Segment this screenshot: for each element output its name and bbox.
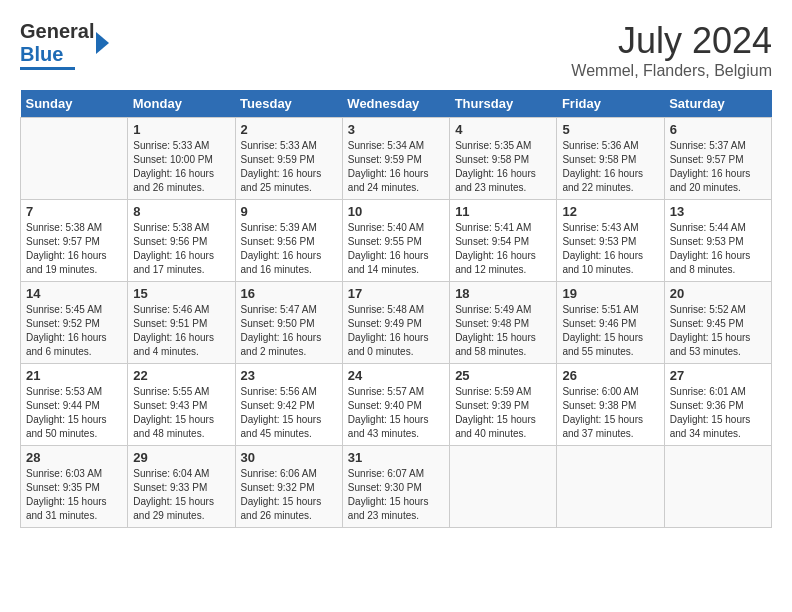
- day-info: Sunrise: 6:00 AM Sunset: 9:38 PM Dayligh…: [562, 385, 658, 441]
- day-number: 26: [562, 368, 658, 383]
- day-info: Sunrise: 5:52 AM Sunset: 9:45 PM Dayligh…: [670, 303, 766, 359]
- day-number: 25: [455, 368, 551, 383]
- calendar-header-wednesday: Wednesday: [342, 90, 449, 118]
- day-number: 28: [26, 450, 122, 465]
- day-number: 30: [241, 450, 337, 465]
- day-info: Sunrise: 5:38 AM Sunset: 9:56 PM Dayligh…: [133, 221, 229, 277]
- day-info: Sunrise: 5:48 AM Sunset: 9:49 PM Dayligh…: [348, 303, 444, 359]
- calendar-cell: 4Sunrise: 5:35 AM Sunset: 9:58 PM Daylig…: [450, 118, 557, 200]
- calendar-week-4: 21Sunrise: 5:53 AM Sunset: 9:44 PM Dayli…: [21, 364, 772, 446]
- day-number: 13: [670, 204, 766, 219]
- day-number: 17: [348, 286, 444, 301]
- logo-underline: [20, 67, 75, 70]
- calendar-cell: 2Sunrise: 5:33 AM Sunset: 9:59 PM Daylig…: [235, 118, 342, 200]
- day-number: 31: [348, 450, 444, 465]
- day-info: Sunrise: 5:59 AM Sunset: 9:39 PM Dayligh…: [455, 385, 551, 441]
- day-number: 1: [133, 122, 229, 137]
- calendar-cell: 24Sunrise: 5:57 AM Sunset: 9:40 PM Dayli…: [342, 364, 449, 446]
- calendar-cell: 27Sunrise: 6:01 AM Sunset: 9:36 PM Dayli…: [664, 364, 771, 446]
- calendar-cell: 6Sunrise: 5:37 AM Sunset: 9:57 PM Daylig…: [664, 118, 771, 200]
- day-info: Sunrise: 5:47 AM Sunset: 9:50 PM Dayligh…: [241, 303, 337, 359]
- calendar-cell: 31Sunrise: 6:07 AM Sunset: 9:30 PM Dayli…: [342, 446, 449, 528]
- day-info: Sunrise: 5:43 AM Sunset: 9:53 PM Dayligh…: [562, 221, 658, 277]
- page-subtitle: Wemmel, Flanders, Belgium: [571, 62, 772, 80]
- day-info: Sunrise: 6:07 AM Sunset: 9:30 PM Dayligh…: [348, 467, 444, 523]
- calendar-header-thursday: Thursday: [450, 90, 557, 118]
- calendar-cell: [557, 446, 664, 528]
- calendar-cell: 16Sunrise: 5:47 AM Sunset: 9:50 PM Dayli…: [235, 282, 342, 364]
- day-number: 29: [133, 450, 229, 465]
- calendar-cell: 5Sunrise: 5:36 AM Sunset: 9:58 PM Daylig…: [557, 118, 664, 200]
- day-info: Sunrise: 5:37 AM Sunset: 9:57 PM Dayligh…: [670, 139, 766, 195]
- logo-blue: Blue: [20, 43, 94, 66]
- calendar-cell: 22Sunrise: 5:55 AM Sunset: 9:43 PM Dayli…: [128, 364, 235, 446]
- calendar-week-2: 7Sunrise: 5:38 AM Sunset: 9:57 PM Daylig…: [21, 200, 772, 282]
- calendar-week-1: 1Sunrise: 5:33 AM Sunset: 10:00 PM Dayli…: [21, 118, 772, 200]
- day-info: Sunrise: 5:40 AM Sunset: 9:55 PM Dayligh…: [348, 221, 444, 277]
- page-title: July 2024: [571, 20, 772, 62]
- calendar-cell: 29Sunrise: 6:04 AM Sunset: 9:33 PM Dayli…: [128, 446, 235, 528]
- day-number: 27: [670, 368, 766, 383]
- day-info: Sunrise: 5:38 AM Sunset: 9:57 PM Dayligh…: [26, 221, 122, 277]
- day-info: Sunrise: 5:39 AM Sunset: 9:56 PM Dayligh…: [241, 221, 337, 277]
- day-number: 16: [241, 286, 337, 301]
- day-info: Sunrise: 5:45 AM Sunset: 9:52 PM Dayligh…: [26, 303, 122, 359]
- title-block: July 2024 Wemmel, Flanders, Belgium: [571, 20, 772, 80]
- day-number: 18: [455, 286, 551, 301]
- calendar-cell: [450, 446, 557, 528]
- calendar-cell: [21, 118, 128, 200]
- day-number: 4: [455, 122, 551, 137]
- day-info: Sunrise: 5:36 AM Sunset: 9:58 PM Dayligh…: [562, 139, 658, 195]
- day-info: Sunrise: 5:55 AM Sunset: 9:43 PM Dayligh…: [133, 385, 229, 441]
- day-info: Sunrise: 5:33 AM Sunset: 9:59 PM Dayligh…: [241, 139, 337, 195]
- calendar-cell: 11Sunrise: 5:41 AM Sunset: 9:54 PM Dayli…: [450, 200, 557, 282]
- day-number: 3: [348, 122, 444, 137]
- day-number: 6: [670, 122, 766, 137]
- day-number: 9: [241, 204, 337, 219]
- calendar-week-3: 14Sunrise: 5:45 AM Sunset: 9:52 PM Dayli…: [21, 282, 772, 364]
- day-number: 22: [133, 368, 229, 383]
- day-info: Sunrise: 6:04 AM Sunset: 9:33 PM Dayligh…: [133, 467, 229, 523]
- calendar-cell: 1Sunrise: 5:33 AM Sunset: 10:00 PM Dayli…: [128, 118, 235, 200]
- logo: General Blue: [20, 20, 109, 70]
- day-info: Sunrise: 5:35 AM Sunset: 9:58 PM Dayligh…: [455, 139, 551, 195]
- calendar-cell: 9Sunrise: 5:39 AM Sunset: 9:56 PM Daylig…: [235, 200, 342, 282]
- calendar-cell: 28Sunrise: 6:03 AM Sunset: 9:35 PM Dayli…: [21, 446, 128, 528]
- calendar-cell: 12Sunrise: 5:43 AM Sunset: 9:53 PM Dayli…: [557, 200, 664, 282]
- day-number: 24: [348, 368, 444, 383]
- day-number: 10: [348, 204, 444, 219]
- calendar-cell: 25Sunrise: 5:59 AM Sunset: 9:39 PM Dayli…: [450, 364, 557, 446]
- day-info: Sunrise: 6:06 AM Sunset: 9:32 PM Dayligh…: [241, 467, 337, 523]
- calendar-cell: 23Sunrise: 5:56 AM Sunset: 9:42 PM Dayli…: [235, 364, 342, 446]
- day-info: Sunrise: 5:53 AM Sunset: 9:44 PM Dayligh…: [26, 385, 122, 441]
- calendar-cell: 3Sunrise: 5:34 AM Sunset: 9:59 PM Daylig…: [342, 118, 449, 200]
- day-info: Sunrise: 5:56 AM Sunset: 9:42 PM Dayligh…: [241, 385, 337, 441]
- calendar-cell: 26Sunrise: 6:00 AM Sunset: 9:38 PM Dayli…: [557, 364, 664, 446]
- day-number: 20: [670, 286, 766, 301]
- calendar-cell: 13Sunrise: 5:44 AM Sunset: 9:53 PM Dayli…: [664, 200, 771, 282]
- calendar-header-sunday: Sunday: [21, 90, 128, 118]
- calendar-week-5: 28Sunrise: 6:03 AM Sunset: 9:35 PM Dayli…: [21, 446, 772, 528]
- calendar-cell: 7Sunrise: 5:38 AM Sunset: 9:57 PM Daylig…: [21, 200, 128, 282]
- calendar-cell: 19Sunrise: 5:51 AM Sunset: 9:46 PM Dayli…: [557, 282, 664, 364]
- day-number: 14: [26, 286, 122, 301]
- calendar-header-row: SundayMondayTuesdayWednesdayThursdayFrid…: [21, 90, 772, 118]
- day-number: 7: [26, 204, 122, 219]
- day-info: Sunrise: 5:44 AM Sunset: 9:53 PM Dayligh…: [670, 221, 766, 277]
- day-info: Sunrise: 6:01 AM Sunset: 9:36 PM Dayligh…: [670, 385, 766, 441]
- day-info: Sunrise: 5:33 AM Sunset: 10:00 PM Daylig…: [133, 139, 229, 195]
- calendar-cell: 14Sunrise: 5:45 AM Sunset: 9:52 PM Dayli…: [21, 282, 128, 364]
- calendar-header-monday: Monday: [128, 90, 235, 118]
- day-info: Sunrise: 6:03 AM Sunset: 9:35 PM Dayligh…: [26, 467, 122, 523]
- day-info: Sunrise: 5:41 AM Sunset: 9:54 PM Dayligh…: [455, 221, 551, 277]
- day-number: 2: [241, 122, 337, 137]
- day-number: 23: [241, 368, 337, 383]
- day-info: Sunrise: 5:46 AM Sunset: 9:51 PM Dayligh…: [133, 303, 229, 359]
- day-number: 12: [562, 204, 658, 219]
- calendar-cell: 17Sunrise: 5:48 AM Sunset: 9:49 PM Dayli…: [342, 282, 449, 364]
- calendar-cell: 15Sunrise: 5:46 AM Sunset: 9:51 PM Dayli…: [128, 282, 235, 364]
- day-info: Sunrise: 5:51 AM Sunset: 9:46 PM Dayligh…: [562, 303, 658, 359]
- day-number: 21: [26, 368, 122, 383]
- calendar-cell: 8Sunrise: 5:38 AM Sunset: 9:56 PM Daylig…: [128, 200, 235, 282]
- page-header: General Blue July 2024 Wemmel, Flanders,…: [20, 20, 772, 80]
